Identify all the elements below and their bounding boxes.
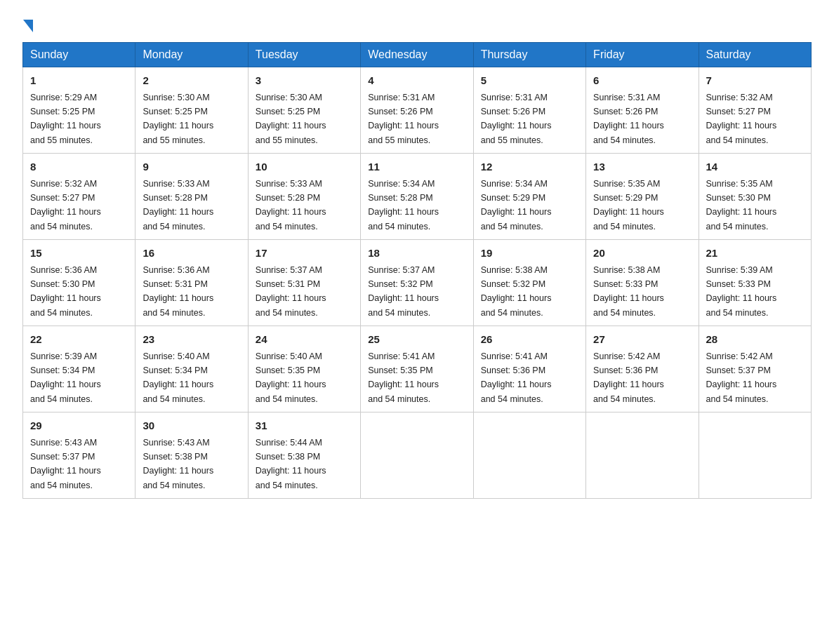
day-info: Sunrise: 5:37 AMSunset: 5:31 PMDaylight:… [256,265,326,318]
calendar-cell: 23 Sunrise: 5:40 AMSunset: 5:34 PMDaylig… [135,326,248,412]
calendar-cell: 22 Sunrise: 5:39 AMSunset: 5:34 PMDaylig… [23,326,135,412]
day-number: 21 [706,246,804,262]
day-number: 18 [368,246,465,262]
calendar-cell: 5 Sunrise: 5:31 AMSunset: 5:26 PMDayligh… [473,67,585,154]
day-number: 1 [30,73,128,89]
day-info: Sunrise: 5:44 AMSunset: 5:38 PMDaylight:… [256,438,326,490]
day-info: Sunrise: 5:34 AMSunset: 5:28 PMDaylight:… [368,179,439,232]
day-number: 27 [593,332,691,348]
day-number: 9 [143,159,240,175]
calendar-cell: 27 Sunrise: 5:42 AMSunset: 5:36 PMDaylig… [586,326,699,412]
calendar-cell: 19 Sunrise: 5:38 AMSunset: 5:32 PMDaylig… [473,240,585,326]
day-info: Sunrise: 5:38 AMSunset: 5:33 PMDaylight:… [593,265,664,318]
day-info: Sunrise: 5:38 AMSunset: 5:32 PMDaylight:… [481,265,552,318]
calendar-cell: 11 Sunrise: 5:34 AMSunset: 5:28 PMDaylig… [361,154,473,240]
calendar-cell: 13 Sunrise: 5:35 AMSunset: 5:29 PMDaylig… [586,154,699,240]
day-info: Sunrise: 5:39 AMSunset: 5:34 PMDaylight:… [30,351,101,404]
day-info: Sunrise: 5:40 AMSunset: 5:34 PMDaylight:… [143,351,213,404]
calendar-cell: 4 Sunrise: 5:31 AMSunset: 5:26 PMDayligh… [361,67,473,154]
day-number: 4 [368,73,465,89]
day-number: 25 [368,332,465,348]
day-number: 12 [481,159,578,175]
calendar-cell [586,412,699,499]
day-number: 13 [593,159,691,175]
day-info: Sunrise: 5:41 AMSunset: 5:35 PMDaylight:… [368,351,439,404]
week-row-3: 15 Sunrise: 5:36 AMSunset: 5:30 PMDaylig… [23,240,812,326]
day-number: 11 [368,159,465,175]
calendar-cell: 18 Sunrise: 5:37 AMSunset: 5:32 PMDaylig… [361,240,473,326]
page-header [22,17,812,29]
calendar-cell: 25 Sunrise: 5:41 AMSunset: 5:35 PMDaylig… [361,326,473,412]
calendar-cell: 28 Sunrise: 5:42 AMSunset: 5:37 PMDaylig… [699,326,811,412]
calendar-cell: 7 Sunrise: 5:32 AMSunset: 5:27 PMDayligh… [699,67,811,154]
day-info: Sunrise: 5:42 AMSunset: 5:36 PMDaylight:… [593,351,664,404]
day-info: Sunrise: 5:30 AMSunset: 5:25 PMDaylight:… [143,93,213,145]
weekday-header-wednesday: Wednesday [361,43,473,67]
day-number: 20 [593,246,691,262]
day-info: Sunrise: 5:33 AMSunset: 5:28 PMDaylight:… [143,179,213,232]
calendar-table: SundayMondayTuesdayWednesdayThursdayFrid… [22,42,812,499]
calendar-cell: 24 Sunrise: 5:40 AMSunset: 5:35 PMDaylig… [248,326,360,412]
day-number: 30 [143,418,240,434]
day-number: 17 [256,246,353,262]
day-number: 5 [481,73,578,89]
day-info: Sunrise: 5:37 AMSunset: 5:32 PMDaylight:… [368,265,439,318]
calendar-cell [473,412,585,499]
weekday-header-sunday: Sunday [23,43,135,67]
day-number: 16 [143,246,240,262]
calendar-cell: 16 Sunrise: 5:36 AMSunset: 5:31 PMDaylig… [135,240,248,326]
day-number: 3 [256,73,353,89]
day-info: Sunrise: 5:42 AMSunset: 5:37 PMDaylight:… [706,351,777,404]
day-info: Sunrise: 5:35 AMSunset: 5:30 PMDaylight:… [706,179,777,232]
day-number: 7 [706,73,804,89]
day-number: 23 [143,332,240,348]
day-info: Sunrise: 5:29 AMSunset: 5:25 PMDaylight:… [30,93,101,145]
calendar-cell: 31 Sunrise: 5:44 AMSunset: 5:38 PMDaylig… [248,412,360,499]
calendar-cell: 14 Sunrise: 5:35 AMSunset: 5:30 PMDaylig… [699,154,811,240]
day-number: 28 [706,332,804,348]
calendar-cell: 20 Sunrise: 5:38 AMSunset: 5:33 PMDaylig… [586,240,699,326]
weekday-header-saturday: Saturday [699,43,811,67]
logo [22,17,37,29]
day-info: Sunrise: 5:41 AMSunset: 5:36 PMDaylight:… [481,351,552,404]
day-info: Sunrise: 5:36 AMSunset: 5:30 PMDaylight:… [30,265,101,318]
week-row-2: 8 Sunrise: 5:32 AMSunset: 5:27 PMDayligh… [23,154,812,240]
weekday-header-monday: Monday [135,43,248,67]
day-info: Sunrise: 5:31 AMSunset: 5:26 PMDaylight:… [593,93,664,145]
day-number: 6 [593,73,691,89]
week-row-4: 22 Sunrise: 5:39 AMSunset: 5:34 PMDaylig… [23,326,812,412]
day-number: 26 [481,332,578,348]
calendar-cell [699,412,811,499]
day-info: Sunrise: 5:36 AMSunset: 5:31 PMDaylight:… [143,265,213,318]
calendar-cell: 3 Sunrise: 5:30 AMSunset: 5:25 PMDayligh… [248,67,360,154]
calendar-cell: 15 Sunrise: 5:36 AMSunset: 5:30 PMDaylig… [23,240,135,326]
calendar-cell: 1 Sunrise: 5:29 AMSunset: 5:25 PMDayligh… [23,67,135,154]
week-row-5: 29 Sunrise: 5:43 AMSunset: 5:37 PMDaylig… [23,412,812,499]
day-number: 29 [30,418,128,434]
day-info: Sunrise: 5:35 AMSunset: 5:29 PMDaylight:… [593,179,664,232]
day-info: Sunrise: 5:43 AMSunset: 5:37 PMDaylight:… [30,438,101,490]
logo-arrow-icon [23,20,33,32]
weekday-header-row: SundayMondayTuesdayWednesdayThursdayFrid… [23,43,812,67]
day-info: Sunrise: 5:31 AMSunset: 5:26 PMDaylight:… [368,93,439,145]
calendar-cell: 8 Sunrise: 5:32 AMSunset: 5:27 PMDayligh… [23,154,135,240]
day-number: 15 [30,246,128,262]
day-info: Sunrise: 5:30 AMSunset: 5:25 PMDaylight:… [256,93,326,145]
day-number: 24 [256,332,353,348]
weekday-header-thursday: Thursday [473,43,585,67]
day-info: Sunrise: 5:39 AMSunset: 5:33 PMDaylight:… [706,265,777,318]
calendar-cell [361,412,473,499]
week-row-1: 1 Sunrise: 5:29 AMSunset: 5:25 PMDayligh… [23,67,812,154]
day-number: 10 [256,159,353,175]
calendar-cell: 9 Sunrise: 5:33 AMSunset: 5:28 PMDayligh… [135,154,248,240]
calendar-cell: 26 Sunrise: 5:41 AMSunset: 5:36 PMDaylig… [473,326,585,412]
day-info: Sunrise: 5:34 AMSunset: 5:29 PMDaylight:… [481,179,552,232]
day-info: Sunrise: 5:33 AMSunset: 5:28 PMDaylight:… [256,179,326,232]
day-number: 8 [30,159,128,175]
calendar-cell: 2 Sunrise: 5:30 AMSunset: 5:25 PMDayligh… [135,67,248,154]
weekday-header-tuesday: Tuesday [248,43,360,67]
day-info: Sunrise: 5:40 AMSunset: 5:35 PMDaylight:… [256,351,326,404]
day-info: Sunrise: 5:31 AMSunset: 5:26 PMDaylight:… [481,93,552,145]
day-info: Sunrise: 5:32 AMSunset: 5:27 PMDaylight:… [706,93,777,145]
weekday-header-friday: Friday [586,43,699,67]
